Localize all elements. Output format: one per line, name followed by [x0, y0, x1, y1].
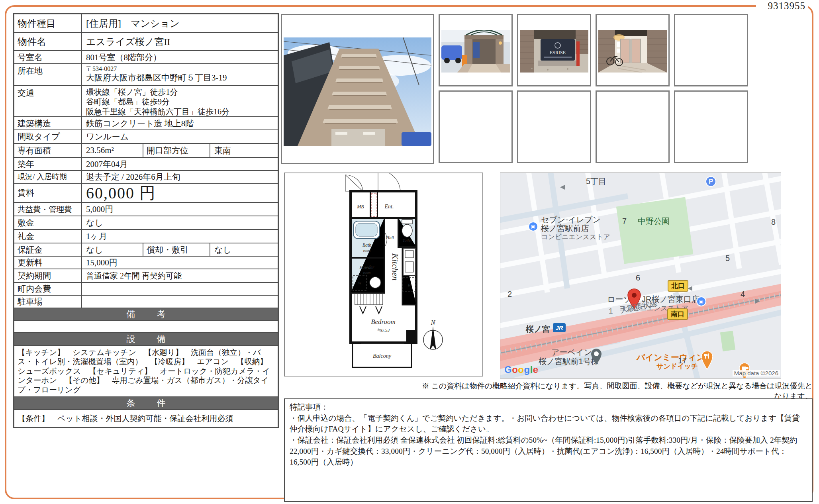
conditions-header: 条 件: [14, 397, 278, 410]
plan-label-bedroom: Bedroom: [371, 318, 396, 326]
map-base-image: [500, 173, 781, 378]
traffic-line: 阪急千里線「天神橋筋六丁目」徒歩16分: [86, 107, 275, 116]
remarks-empty-row: [14, 321, 278, 333]
row-label: 現況/ 入居時期: [14, 171, 82, 183]
plan-label-mb: MB: [357, 204, 364, 210]
special-notes-box: 特記事項： ・個人申込の場合、「電子契約くん」でご契約いただきます。・お問い合わ…: [284, 398, 813, 502]
row-label: 町内会費: [14, 283, 82, 295]
row-value: なし: [82, 243, 143, 256]
map-label-banhmi1: バインミーウィン: [637, 352, 705, 363]
conditions-text: 【条件】 ペット相談・外国人契約可能・保証会社利用必須: [14, 410, 278, 427]
plan-label-bath1: Bath: [362, 242, 372, 248]
row-value: 23.56m²: [82, 144, 143, 157]
photo-slot-empty: [596, 90, 670, 163]
table-row: 物件名 エスライズ桜ノ宮II: [14, 33, 278, 51]
map-block-number: 2: [507, 290, 512, 299]
station-north-exit-badge: 北口: [668, 280, 688, 292]
row-label: 更新料: [14, 257, 82, 269]
google-letter: e: [533, 364, 539, 375]
plan-label-balcony: Balcony: [373, 353, 392, 359]
row-value: 5,000円: [82, 203, 278, 216]
table-row: 間取タイプ ワンルーム: [14, 130, 278, 144]
google-letter: g: [524, 364, 530, 375]
notes-paragraph: ・保証会社：保証会社利用必須 全保連株式会社 初回保証料:総賃料の50%~（年間…: [290, 435, 807, 468]
property-flyer-page: 9313955 物件種目 [住居用] マンション 物件名 エスライズ桜ノ宮II …: [0, 0, 819, 504]
map-label-park: 中野公園: [638, 216, 670, 227]
restaurant-pin-icon: [701, 351, 713, 370]
sub-value: なし: [210, 243, 278, 256]
row-label: 建築構造: [14, 117, 82, 129]
equipment-text: 【キッチン】 システムキッチン 【水廻り】 洗面台（独立）・バス・トイレ別・洗濯…: [14, 346, 278, 397]
row-value: 801号室（8階部分）: [82, 51, 278, 63]
google-letter: l: [530, 364, 533, 375]
postal-code: 〒534-0027: [86, 65, 275, 73]
svg-text:ESRISE: ESRISE: [550, 50, 566, 55]
photo-slot-empty: [439, 90, 513, 163]
remarks-header: 備 考: [14, 308, 278, 321]
row-value: 〒534-0027 大阪府大阪市都島区中野町５丁目3-19: [82, 64, 278, 85]
row-value: [82, 283, 278, 295]
table-row: 駐車場: [14, 296, 278, 308]
photo-slot-empty: [517, 90, 591, 163]
sub-value: 東南: [210, 144, 278, 157]
row-label: 交通: [14, 86, 82, 116]
table-row: 共益費・管理費 5,000円: [14, 203, 278, 216]
floorplan-drawing: MB Ent. Bath room Powder room W Hall Toi…: [285, 173, 482, 376]
row-label: 駐車場: [14, 296, 82, 308]
map-block-number: 8: [771, 218, 776, 227]
plan-label-size: ≒6.5J: [377, 327, 390, 333]
map-block-number: 7: [622, 217, 627, 226]
entrance-door-image: [598, 30, 667, 73]
plan-label-refrigerator: R: [408, 282, 411, 287]
station-south-exit-badge: 南口: [667, 308, 688, 320]
parking-icon: P: [705, 176, 716, 187]
row-value: ワンルーム: [82, 130, 278, 143]
row-label: 共益費・管理費: [14, 203, 82, 216]
row-label: 物件名: [14, 33, 82, 50]
plan-label-powder2: room: [363, 271, 371, 275]
traffic-line: 谷町線「都島」徒歩9分: [86, 97, 275, 106]
address-text: 大阪府大阪市都島区中野町５丁目3-19: [86, 73, 275, 83]
row-label: 保証金: [14, 243, 82, 256]
row-label: 契約期間: [14, 269, 82, 282]
jr-logo: JR: [553, 323, 566, 332]
plan-label-entrance: Ent.: [384, 204, 394, 210]
row-label: 物件種目: [14, 14, 82, 32]
row-value: 15,000円: [82, 257, 278, 269]
table-row: 物件種目 [住居用] マンション: [14, 14, 278, 33]
row-value: なし: [82, 216, 278, 229]
doc-number: 9313955: [768, 0, 806, 12]
row-value: [82, 296, 278, 308]
row-label: 敷金: [14, 216, 82, 229]
table-row: 敷金 なし: [14, 216, 278, 230]
row-label: 専有面積: [14, 144, 82, 157]
row-value: エスライズ桜ノ宮II: [82, 33, 278, 50]
row-label: 礼金: [14, 230, 82, 243]
esrise-sign-image: ESRISE: [520, 30, 588, 73]
map-label-seven3: コンビニエンスストア: [541, 232, 610, 241]
photo-slot-empty: [674, 90, 748, 163]
table-row: 賃料 60,000 円: [14, 184, 278, 203]
table-row: 町内会費: [14, 283, 278, 296]
row-value: 退去予定 / 2026年6月上旬: [82, 171, 278, 183]
table-row: 建築構造 鉄筋コンクリート造 地上8階: [14, 117, 278, 130]
compass-n-label: N: [431, 319, 436, 326]
table-row: 号室名 801号室（8階部分）: [14, 51, 278, 64]
property-table: 物件種目 [住居用] マンション 物件名 エスライズ桜ノ宮II 号室名 801号…: [13, 13, 279, 428]
photo-name-plate: ESRISE: [517, 14, 591, 86]
row-value: [住居用] マンション: [82, 14, 278, 32]
main-building-photo: [281, 14, 434, 164]
plan-label-powder1: Powder: [359, 265, 374, 270]
google-letter: o: [518, 364, 524, 375]
traffic-line: 環状線「桜ノ宮」徒歩1分: [86, 87, 275, 97]
row-value: 普通借家 2年間 再契約可能: [82, 269, 278, 282]
location-map: 5丁目 P 7 中野公園 8 ▣ セブン-イレブン 桜ノ宮駅前店 コンビニエンス…: [500, 173, 781, 378]
plan-label-kitchen: Kitchen: [390, 253, 400, 280]
photo-entrance-gate: [439, 14, 513, 86]
row-label: 号室名: [14, 51, 82, 63]
seven-eleven-icon: ▣: [528, 222, 538, 231]
map-block-number: 17: [678, 356, 687, 365]
building-pin-icon: [590, 348, 602, 365]
row-value: 2007年04月: [82, 158, 278, 170]
photo-entrance-door: [596, 14, 670, 86]
